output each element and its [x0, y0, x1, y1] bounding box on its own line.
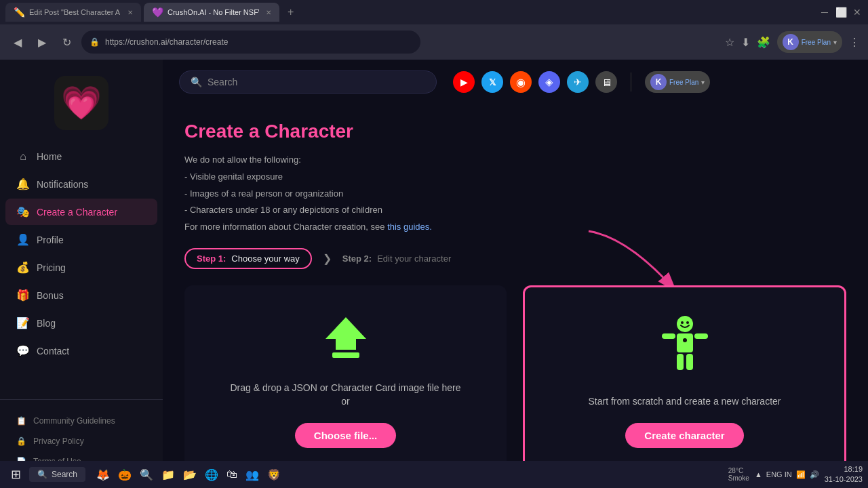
- svg-point-7: [683, 338, 687, 342]
- taskbar-emoji-icon[interactable]: 🎃: [115, 466, 134, 484]
- twitter-icon[interactable]: 𝕏: [481, 71, 503, 93]
- telegram-icon[interactable]: ✈: [567, 71, 589, 93]
- taskbar-right: 28°C Smoke ▲ ENG IN 📶 🔊 18:19 31-10-2023: [728, 464, 863, 485]
- tab2-favicon: 💜: [152, 7, 163, 18]
- sidebar-label-home: Home: [37, 151, 62, 162]
- sidebar-item-contact[interactable]: 💬 Contact: [5, 338, 157, 364]
- guide-text: For more information about Character cre…: [184, 220, 846, 235]
- svg-rect-2: [332, 352, 359, 358]
- step2: Step 2: Edit your character: [342, 253, 451, 264]
- clock-date: 31-10-2023: [825, 474, 863, 485]
- step2-text: Edit your character: [377, 253, 451, 264]
- taskbar-files-icon[interactable]: 📁: [159, 466, 178, 484]
- contact-icon: 💬: [16, 344, 30, 357]
- taskbar-firefox-icon[interactable]: 🦁: [264, 466, 283, 484]
- tab-2[interactable]: 💜 CrushOn.AI - No Filter NSFW C... ✕: [144, 3, 279, 22]
- sidebar-link-community[interactable]: 📋 Community Guidelines: [5, 411, 157, 431]
- refresh-button[interactable]: ↻: [57, 33, 76, 52]
- sidebar-item-create-character[interactable]: 🎭 Create a Character: [5, 199, 157, 225]
- sidebar-item-home[interactable]: ⌂ Home: [5, 144, 157, 169]
- upload-card-text: Drag & drop a JSON or Character Card ima…: [230, 382, 460, 407]
- svg-rect-10: [677, 354, 684, 370]
- download-icon[interactable]: ⬇: [741, 36, 750, 49]
- cards-wrapper: Drag & drop a JSON or Character Card ima…: [184, 285, 846, 477]
- rule-1: - Visible genital exposure: [184, 170, 846, 184]
- sidebar-label-profile: Profile: [37, 235, 64, 245]
- community-icon: 📋: [16, 416, 26, 426]
- taskbar-search-bar[interactable]: 🔍 Search: [29, 467, 85, 482]
- rule-2: - Images of a real person or organizatio…: [184, 187, 846, 201]
- bookmark-icon[interactable]: ☆: [725, 36, 734, 49]
- choose-file-button[interactable]: Choose file...: [295, 423, 396, 448]
- header-user-avatar: K: [650, 74, 667, 90]
- user-menu-button[interactable]: K Free Plan ▾: [777, 31, 842, 53]
- youtube-icon[interactable]: ▶: [453, 71, 475, 93]
- extensions-icon[interactable]: 🧩: [757, 36, 770, 49]
- taskbar-teams-icon[interactable]: 👥: [243, 466, 262, 484]
- upload-icon: [319, 314, 373, 369]
- forward-button[interactable]: ▶: [33, 33, 52, 52]
- taskbar-edge-icon[interactable]: 🌐: [202, 466, 221, 484]
- show-hidden-icon[interactable]: ▲: [755, 470, 762, 479]
- rule-3: - Characters under 18 or any depictions …: [184, 203, 846, 218]
- tab2-label: CrushOn.AI - No Filter NSFW C...: [167, 8, 259, 16]
- sidebar-label-privacy: Privacy Policy: [33, 436, 84, 446]
- tab-1[interactable]: ✏️ Edit Post "Best Character AI NS... ✕: [5, 3, 141, 22]
- nav-bar: ◀ ▶ ↻ 🔒 https://crushon.ai/character/cre…: [0, 24, 868, 60]
- step1-text: Choose your way: [231, 253, 299, 264]
- monitor-icon[interactable]: 🖥: [595, 71, 617, 93]
- character-icon: 🎭: [16, 205, 30, 218]
- svg-point-3: [677, 316, 693, 332]
- taskbar-search2-icon[interactable]: 🔍: [137, 466, 156, 484]
- logo-icon: 💗: [61, 84, 102, 122]
- discord-icon[interactable]: ◈: [538, 71, 560, 93]
- minimize-button[interactable]: ─: [819, 7, 830, 18]
- taskbar: ⊞ 🔍 Search 🦊 🎃 🔍 📁 📂 🌐 🛍 👥 🦁 28°C Smoke …: [0, 461, 868, 488]
- tab1-favicon: ✏️: [14, 7, 25, 18]
- search-icon: 🔍: [191, 77, 202, 87]
- reddit-icon[interactable]: ◉: [510, 71, 532, 93]
- wifi-icon: 📶: [796, 470, 806, 479]
- rules-description: We do not allow the following:: [184, 153, 846, 167]
- user-avatar: K: [783, 34, 799, 50]
- svg-rect-8: [662, 333, 675, 339]
- header-user-button[interactable]: K Free Plan ▾: [645, 71, 710, 93]
- sidebar-item-profile[interactable]: 👤 Profile: [5, 226, 157, 253]
- sidebar-item-notifications[interactable]: 🔔 Notifications: [5, 171, 157, 197]
- sidebar-label-create-character: Create a Character: [37, 207, 117, 218]
- sidebar-item-bonus[interactable]: 🎁 Bonus: [5, 282, 157, 308]
- new-tab-button[interactable]: +: [282, 6, 299, 18]
- create-character-button[interactable]: Create character: [625, 423, 743, 448]
- upload-card: Drag & drop a JSON or Character Card ima…: [184, 285, 507, 477]
- tab1-close[interactable]: ✕: [127, 9, 133, 16]
- sidebar-label-blog: Blog: [37, 318, 56, 329]
- sidebar-item-pricing[interactable]: 💰 Pricing: [5, 254, 157, 281]
- svg-rect-9: [694, 333, 708, 339]
- close-button[interactable]: ✕: [852, 7, 863, 18]
- weather-desc: Smoke: [728, 474, 749, 482]
- menu-icon[interactable]: ⋮: [849, 36, 860, 49]
- page-body: Create a Character We do not allow the f…: [163, 104, 868, 488]
- sidebar-item-blog[interactable]: 📝 Blog: [5, 310, 157, 336]
- tab2-close[interactable]: ✕: [266, 9, 271, 16]
- address-bar[interactable]: 🔒 https://crushon.ai/character/create: [81, 30, 420, 54]
- maximize-button[interactable]: ⬜: [835, 7, 846, 18]
- sidebar-label-contact: Contact: [37, 346, 69, 357]
- back-button[interactable]: ◀: [8, 33, 27, 52]
- pricing-icon: 💰: [16, 261, 30, 274]
- search-bar[interactable]: 🔍 Search: [179, 70, 437, 94]
- taskbar-store-icon[interactable]: 🛍: [224, 466, 240, 484]
- browser-nav-icons: ☆ ⬇ 🧩 K Free Plan ▾ ⋮: [725, 31, 860, 53]
- sidebar-link-privacy[interactable]: 🔒 Privacy Policy: [5, 431, 157, 451]
- nav-items: ⌂ Home 🔔 Notifications 🎭 Create a Charac…: [0, 144, 163, 365]
- character-figure-icon: [658, 314, 712, 382]
- start-button[interactable]: ⊞: [5, 467, 26, 482]
- taskbar-browser-icon[interactable]: 🦊: [94, 466, 113, 484]
- guide-link[interactable]: this guides.: [387, 222, 432, 232]
- app-layout: 💗 ⌂ Home 🔔 Notifications 🎭 Create a Char…: [0, 60, 868, 488]
- taskbar-explorer-icon[interactable]: 📂: [180, 466, 199, 484]
- system-tray: ▲ ENG IN 📶 🔊: [755, 470, 819, 479]
- svg-rect-11: [686, 354, 693, 370]
- tab1-label: Edit Post "Best Character AI NS...: [29, 8, 121, 16]
- lang-display: ENG IN: [766, 470, 792, 479]
